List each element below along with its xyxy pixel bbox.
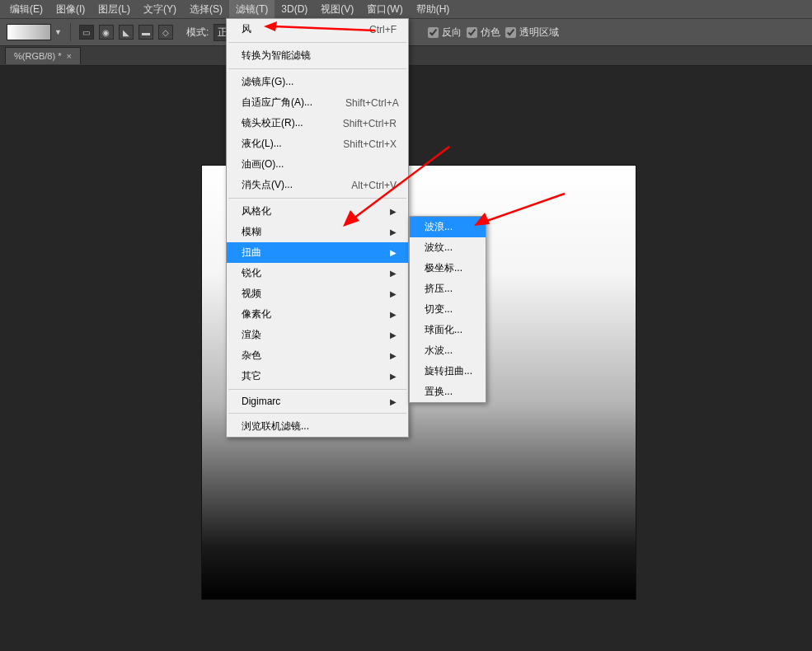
submenu-arrow-icon: ▶: [390, 269, 397, 278]
filter-oil-paint[interactable]: 油画(O)...: [227, 154, 408, 175]
filter-lens-correction[interactable]: 镜头校正(R)...Shift+Ctrl+R: [227, 113, 408, 133]
separator: [228, 413, 406, 414]
menu-3d[interactable]: 3D(D): [275, 1, 314, 17]
dither-checkbox[interactable]: 仿色: [467, 26, 500, 40]
filter-last[interactable]: 风Ctrl+F: [227, 19, 408, 40]
distort-polar[interactable]: 极坐标...: [410, 258, 486, 279]
reverse-checkbox[interactable]: 反向: [428, 26, 462, 40]
filter-convert-smart[interactable]: 转换为智能滤镜: [227, 45, 408, 66]
menu-type[interactable]: 文字(Y): [137, 0, 183, 19]
gradient-angle-icon[interactable]: ◣: [119, 25, 134, 40]
distort-pinch[interactable]: 挤压...: [410, 279, 486, 299]
divider: [70, 23, 71, 41]
submenu-arrow-icon: ▶: [390, 397, 397, 406]
gradient-swatch[interactable]: [7, 24, 51, 40]
gradient-diamond-icon[interactable]: ◇: [158, 25, 173, 40]
distort-submenu: 波浪... 波纹... 极坐标... 挤压... 切变... 球面化... 水波…: [409, 216, 486, 403]
menubar: 编辑(E) 图像(I) 图层(L) 文字(Y) 选择(S) 滤镜(T) 3D(D…: [0, 0, 812, 18]
submenu-arrow-icon: ▶: [390, 248, 397, 257]
filter-browse-online[interactable]: 浏览联机滤镜...: [227, 416, 408, 437]
submenu-arrow-icon: ▶: [390, 207, 397, 216]
filter-sharpen[interactable]: 锐化▶: [227, 263, 408, 283]
filter-dropdown: 风Ctrl+F 转换为智能滤镜 滤镜库(G)... 自适应广角(A)...Shi…: [226, 18, 409, 438]
filter-digimarc[interactable]: Digimarc▶: [227, 392, 408, 410]
filter-video[interactable]: 视频▶: [227, 283, 408, 304]
submenu-arrow-icon: ▶: [390, 227, 397, 237]
shortcut-text: Shift+Ctrl+R: [343, 118, 397, 129]
gradient-radial-icon[interactable]: ◉: [99, 25, 114, 40]
separator: [228, 198, 406, 199]
submenu-arrow-icon: ▶: [390, 289, 397, 298]
submenu-arrow-icon: ▶: [390, 330, 397, 340]
gradient-linear-icon[interactable]: ▭: [79, 25, 94, 40]
menu-layer[interactable]: 图层(L): [92, 0, 137, 19]
distort-wave[interactable]: 波浪...: [410, 217, 486, 237]
submenu-arrow-icon: ▶: [390, 351, 397, 360]
shortcut-text: Shift+Ctrl+X: [343, 138, 397, 150]
menu-select[interactable]: 选择(S): [183, 0, 229, 19]
transparent-checkbox[interactable]: 透明区域: [505, 26, 559, 40]
filter-blur[interactable]: 模糊▶: [227, 222, 408, 242]
shortcut-text: Ctrl+F: [369, 24, 397, 35]
separator: [228, 68, 406, 69]
mode-label: 模式:: [186, 26, 209, 40]
menu-image[interactable]: 图像(I): [49, 0, 92, 19]
shortcut-text: Alt+Ctrl+V: [351, 180, 397, 191]
distort-ripple[interactable]: 波纹...: [410, 237, 486, 258]
menu-filter[interactable]: 滤镜(T): [229, 0, 275, 19]
submenu-arrow-icon: ▶: [390, 310, 397, 319]
submenu-arrow-icon: ▶: [390, 372, 397, 381]
filter-adaptive-wide[interactable]: 自适应广角(A)...Shift+Ctrl+A: [227, 92, 408, 113]
close-icon[interactable]: ×: [66, 51, 71, 61]
separator: [228, 389, 406, 390]
menu-view[interactable]: 视图(V): [314, 0, 360, 19]
menu-window[interactable]: 窗口(W): [360, 0, 409, 19]
shortcut-text: Shift+Ctrl+A: [345, 97, 399, 109]
distort-spherize[interactable]: 球面化...: [410, 320, 486, 340]
document-tab[interactable]: %(RGB/8) * ×: [5, 47, 81, 64]
filter-other[interactable]: 其它▶: [227, 366, 408, 386]
distort-displace[interactable]: 置换...: [410, 382, 486, 402]
filter-noise[interactable]: 杂色▶: [227, 345, 408, 366]
distort-zigzag[interactable]: 水波...: [410, 340, 486, 361]
document-title: %(RGB/8) *: [14, 51, 61, 61]
gradient-reflected-icon[interactable]: ▬: [138, 25, 153, 40]
filter-pixelate[interactable]: 像素化▶: [227, 304, 408, 325]
distort-twirl[interactable]: 旋转扭曲...: [410, 361, 486, 382]
distort-shear[interactable]: 切变...: [410, 299, 486, 320]
chevron-down-icon[interactable]: ▼: [54, 28, 62, 36]
filter-render[interactable]: 渲染▶: [227, 325, 408, 345]
filter-distort[interactable]: 扭曲▶: [227, 242, 408, 263]
menu-edit[interactable]: 编辑(E): [3, 0, 49, 19]
filter-gallery[interactable]: 滤镜库(G)...: [227, 72, 408, 92]
filter-vanishing-point[interactable]: 消失点(V)...Alt+Ctrl+V: [227, 175, 408, 195]
filter-liquify[interactable]: 液化(L)...Shift+Ctrl+X: [227, 133, 408, 154]
separator: [228, 42, 406, 43]
filter-stylize[interactable]: 风格化▶: [227, 201, 408, 222]
menu-help[interactable]: 帮助(H): [410, 0, 457, 19]
